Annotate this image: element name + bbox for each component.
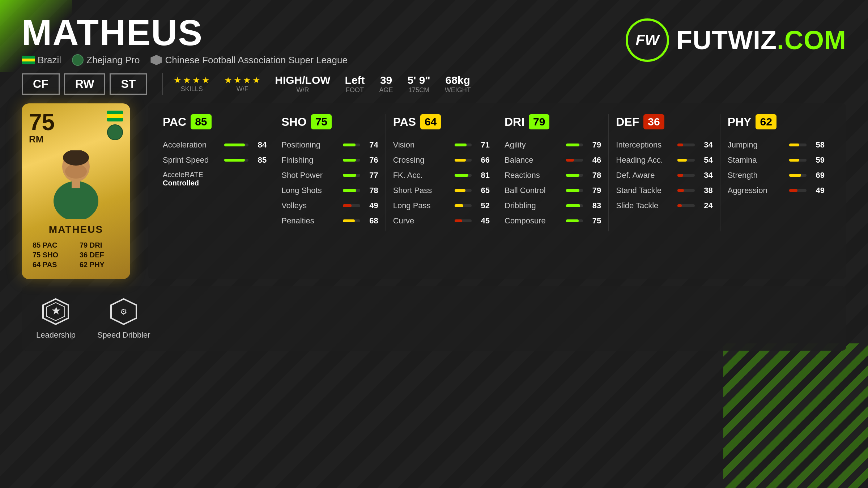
- card-top: 75 RM: [29, 111, 123, 145]
- svg-text:⚙: ⚙: [120, 307, 127, 316]
- card-rating-section: 75 RM: [29, 111, 55, 145]
- cat-name-pas: PAS: [393, 115, 416, 129]
- card-stat-def: 36 DEF: [80, 251, 119, 259]
- attr-name: Ball Control: [505, 186, 562, 195]
- traits-panel: ★ Leadership ⚙ Speed Dribbler: [22, 286, 846, 351]
- attr-name: Dribbling: [505, 201, 562, 210]
- attr-val: 75: [587, 216, 601, 226]
- weight-value: 68kg: [445, 74, 470, 86]
- attr-val: 84: [252, 140, 267, 150]
- card-stat-pas: 64 PAS: [33, 261, 72, 269]
- league-label: Chinese Football Association Super Leagu…: [165, 55, 347, 66]
- attr-name: Reactions: [505, 171, 562, 180]
- attr-row-fk-acc: FK. Acc. 81: [393, 171, 490, 180]
- attr-bar: [455, 189, 466, 192]
- attr-bar: [566, 204, 580, 207]
- attr-row-balance: Balance 46: [505, 155, 601, 165]
- card-stats-grid: 85 PAC 79 DRI 75 SHO 36 DEF 64 PAS 62 PH…: [29, 238, 123, 272]
- attr-row-acceleration: Acceleration 84: [163, 140, 267, 150]
- attr-name: Shot Power: [281, 171, 339, 180]
- height-info: 5' 9" 175CM: [408, 74, 430, 94]
- attr-val: 78: [587, 171, 601, 180]
- attr-val: 34: [698, 140, 713, 150]
- logo-circle: FW: [626, 18, 669, 62]
- cat-score-phy: 62: [756, 114, 776, 129]
- attr-name: Strength: [728, 171, 786, 180]
- attr-bar: [224, 144, 245, 146]
- attr-bar: [677, 189, 684, 192]
- stat-category-pas: PAS 64 Vision 71 Crossing 66 FK. Acc.: [386, 114, 497, 231]
- attr-name: Volleys: [281, 201, 339, 210]
- wf-star-4: ★: [252, 75, 260, 85]
- content-area: 75 RM: [22, 103, 846, 279]
- attr-name: Acceleration: [163, 140, 221, 150]
- attr-name: FK. Acc.: [393, 171, 451, 180]
- height-value: 5' 9": [408, 74, 430, 86]
- attr-row-curve: Curve 45: [393, 216, 490, 226]
- attr-name: Finishing: [281, 155, 339, 165]
- attr-bar: [224, 159, 245, 162]
- attr-bar-wrap: [455, 219, 472, 222]
- attr-bar-wrap: [789, 159, 807, 162]
- wf-info: ★ ★ ★ ★ W/F: [224, 75, 260, 93]
- attr-name: Long Shots: [281, 186, 339, 195]
- attr-bar: [566, 174, 579, 177]
- attr-row-slide-tackle: Slide Tackle 24: [616, 201, 712, 210]
- attr-name: Interceptions: [616, 140, 674, 150]
- card-club-badge: [107, 124, 123, 140]
- age-value: 39: [380, 74, 392, 86]
- skill-star-1: ★: [174, 75, 182, 85]
- attr-row-heading-acc: Heading Acc. 54: [616, 155, 712, 165]
- wf-label: W/F: [237, 85, 248, 93]
- attr-row-stand-tackle: Stand Tackle 38: [616, 186, 712, 195]
- attr-name: Curve: [393, 216, 451, 226]
- accelerate-row: AcceleRATE Controlled: [163, 171, 267, 187]
- cat-header-phy: PHY 62: [728, 114, 825, 133]
- position-badge-rw: RW: [64, 73, 106, 95]
- attr-bar: [789, 174, 801, 177]
- player-name: MATHEUS: [22, 14, 348, 51]
- nationality-item: Brazil: [22, 55, 61, 66]
- foot-info: Left FOOT: [345, 74, 365, 94]
- attr-bar: [677, 144, 683, 146]
- attr-name: Slide Tackle: [616, 201, 674, 210]
- attr-name: Agility: [505, 140, 562, 150]
- main-container: MATHEUS Brazil Zhejiang Pro Chinese Foot…: [0, 0, 868, 488]
- card-stat-pac: 85 PAC: [33, 241, 72, 249]
- speed-dribbler-icon: ⚙: [109, 297, 138, 326]
- stat-category-sho: SHO 75 Positioning 74 Finishing 76 Shot …: [274, 114, 386, 231]
- player-meta: Brazil Zhejiang Pro Chinese Football Ass…: [22, 54, 348, 66]
- attr-bar-wrap: [789, 144, 807, 146]
- attr-name: Short Pass: [393, 186, 451, 195]
- player-silhouette-svg: [33, 150, 119, 219]
- wr-label: W/R: [296, 86, 309, 94]
- attr-bar: [677, 174, 683, 177]
- svg-point-4: [63, 150, 89, 166]
- attr-val: 49: [810, 186, 825, 195]
- attr-row-long-shots: Long Shots 78: [281, 186, 378, 195]
- wf-star-1: ★: [224, 75, 232, 85]
- attr-bar-wrap: [677, 144, 694, 146]
- attr-bar-wrap: [566, 144, 583, 146]
- height-label: 175CM: [408, 86, 429, 94]
- attr-bar-wrap: [455, 144, 472, 146]
- cat-score-pac: 85: [191, 114, 211, 129]
- attr-name: Crossing: [393, 155, 451, 165]
- wr-info: HIGH/LOW W/R: [275, 74, 330, 94]
- attr-row-interceptions: Interceptions 34: [616, 140, 712, 150]
- position-badge-cf: CF: [22, 73, 60, 95]
- attr-name: Stand Tackle: [616, 186, 674, 195]
- position-badge-st: ST: [110, 73, 147, 95]
- leadership-icon: ★: [41, 297, 70, 326]
- attr-row-jumping: Jumping 58: [728, 140, 825, 150]
- attr-bar: [455, 174, 468, 177]
- cat-name-dri: DRI: [505, 115, 524, 129]
- attr-val: 54: [698, 155, 713, 165]
- wf-stars: ★ ★ ★ ★: [224, 75, 260, 85]
- card-brazil-flag: [107, 111, 123, 121]
- brazil-flag-icon: [22, 56, 35, 64]
- attr-name: Positioning: [281, 140, 339, 150]
- cat-header-sho: SHO 75: [281, 114, 378, 133]
- attr-bar-wrap: [677, 189, 694, 192]
- cat-header-pac: PAC 85: [163, 114, 267, 133]
